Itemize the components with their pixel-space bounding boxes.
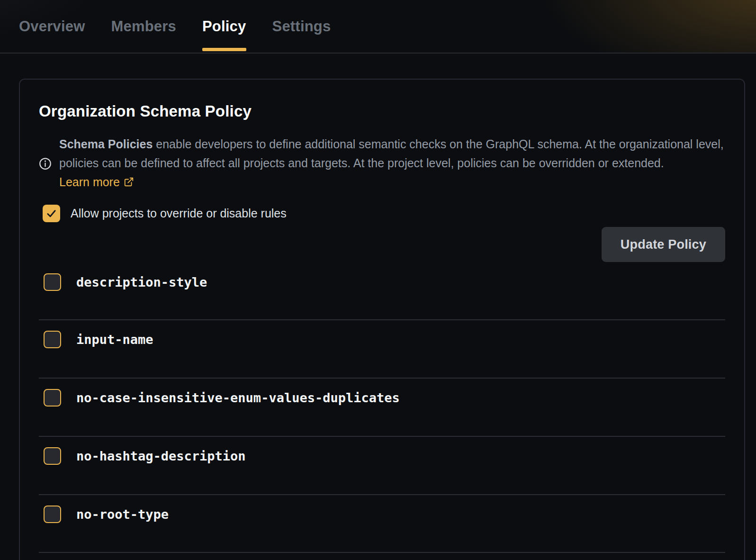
learn-more-link[interactable]: Learn more [59, 175, 134, 189]
allow-override-checkbox[interactable] [43, 205, 60, 222]
rule-name-label[interactable]: no-hashtag-description [76, 449, 246, 463]
rule-checkbox-no-case-insensitive-enum-values-duplicates[interactable] [44, 389, 61, 406]
rule-checkbox-no-root-type[interactable] [44, 506, 61, 523]
rule-row: input-name [39, 320, 725, 379]
rule-checkbox-no-hashtag-description[interactable] [44, 447, 61, 465]
rule-row: no-case-insensitive-enum-values-duplicat… [39, 379, 725, 437]
actions-row: Update Policy [39, 227, 725, 262]
rule-checkbox-input-name[interactable] [44, 331, 61, 348]
page-title: Organization Schema Policy [39, 102, 725, 120]
policy-description: Schema Policies enable developers to def… [59, 135, 725, 192]
schema-policy-card: Organization Schema Policy Schema Polici… [19, 79, 745, 560]
rule-name-label[interactable]: input-name [76, 332, 153, 347]
rule-row: no-root-type [39, 495, 725, 553]
rule-name-label[interactable]: no-root-type [76, 507, 169, 522]
rules-list: description-style input-name no-case-ins… [39, 266, 725, 553]
external-link-icon [124, 173, 134, 192]
check-icon [46, 208, 57, 219]
learn-more-label: Learn more [59, 175, 120, 189]
policy-description-body: enable developers to define additional s… [59, 137, 724, 170]
tab-members[interactable]: Members [111, 0, 176, 53]
rule-row: description-style [39, 266, 725, 320]
policy-description-lead: Schema Policies [59, 137, 153, 151]
rule-row: no-hashtag-description [39, 437, 725, 495]
rule-checkbox-description-style[interactable] [44, 273, 61, 291]
allow-override-row: Allow projects to override or disable ru… [43, 205, 725, 222]
tab-settings[interactable]: Settings [272, 0, 331, 53]
policy-info-callout: Schema Policies enable developers to def… [39, 135, 725, 192]
tab-policy[interactable]: Policy [202, 0, 246, 53]
tab-overview[interactable]: Overview [19, 0, 85, 53]
org-tabs-header: Overview Members Policy Settings [0, 0, 756, 54]
rule-name-label[interactable]: no-case-insensitive-enum-values-duplicat… [76, 390, 400, 405]
update-policy-button[interactable]: Update Policy [602, 227, 725, 262]
rule-name-label[interactable]: description-style [76, 275, 207, 289]
info-icon [39, 157, 52, 170]
allow-override-label[interactable]: Allow projects to override or disable ru… [71, 207, 287, 220]
